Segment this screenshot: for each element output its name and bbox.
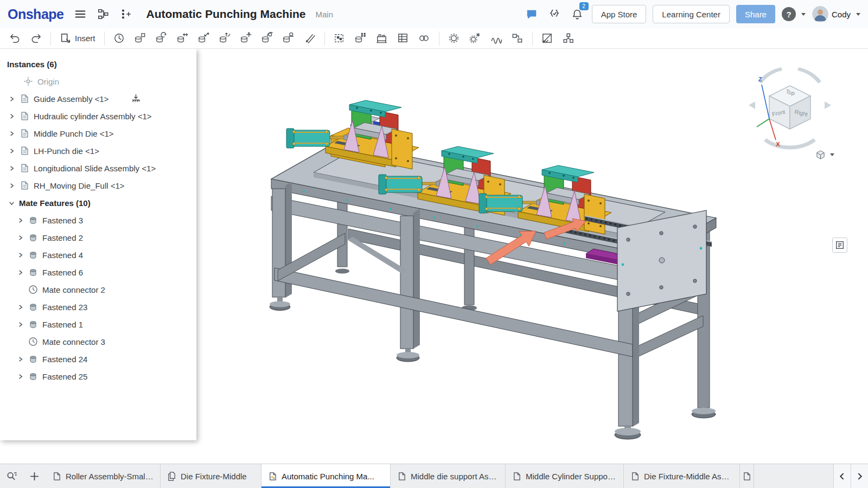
mate-row-mate-connector-2[interactable]: Mate connector 2 bbox=[0, 281, 196, 298]
help-menu[interactable]: ? bbox=[782, 7, 806, 21]
expand-chevron-icon[interactable] bbox=[16, 355, 24, 363]
tab-roller-assembly-small[interactable]: Roller Assembly-Small ... bbox=[46, 464, 161, 488]
tab-partial[interactable] bbox=[740, 464, 754, 488]
expand-chevron-icon[interactable] bbox=[16, 216, 24, 224]
mate-row-fastened-24[interactable]: Fastened 24 bbox=[0, 350, 196, 368]
gear-relation-button[interactable] bbox=[444, 30, 464, 47]
expand-chevron-icon[interactable] bbox=[8, 182, 15, 189]
tab-middle-cylinder-support[interactable]: Middle Cylinder Support ... bbox=[506, 464, 624, 488]
origin-row[interactable]: Origin bbox=[0, 73, 196, 90]
origin-icon bbox=[23, 76, 34, 87]
instance-row-longitudinal-slide[interactable]: Longitudional Slide Assembly <1> bbox=[0, 159, 196, 177]
mate-label: Mate connector 3 bbox=[42, 337, 105, 346]
leveling-foot[interactable] bbox=[335, 269, 349, 274]
user-menu[interactable]: Cody bbox=[812, 6, 860, 22]
revolute-mate-button[interactable] bbox=[151, 30, 172, 47]
tab-die-fixture-middle-assembly[interactable]: Die Fixture-Middle Asse... bbox=[624, 464, 740, 488]
undo-button[interactable] bbox=[4, 30, 25, 47]
slider-mate-button[interactable] bbox=[173, 30, 193, 47]
tangent-mate-button[interactable] bbox=[278, 30, 299, 47]
mate-row-fastened-23[interactable]: Fastened 23 bbox=[0, 298, 196, 316]
expand-chevron-icon[interactable] bbox=[16, 373, 24, 380]
instance-row-hydraulic-cylinder[interactable]: Hudraulic cylinder Assembly <1> bbox=[0, 107, 196, 125]
app-store-button[interactable]: App Store bbox=[592, 5, 647, 23]
expand-chevron-icon[interactable] bbox=[16, 251, 24, 259]
hamburger-menu-icon[interactable] bbox=[72, 6, 88, 22]
versions-icon[interactable] bbox=[546, 6, 563, 22]
scroll-tabs-left-button[interactable] bbox=[833, 464, 851, 488]
mate-row-fastened-6[interactable]: Fastened 6 bbox=[0, 264, 196, 281]
redo-button[interactable] bbox=[25, 30, 46, 47]
fastened-mate-icon bbox=[28, 371, 39, 382]
linear-pattern-button[interactable] bbox=[350, 30, 371, 47]
expand-chevron-icon[interactable] bbox=[8, 112, 15, 120]
search-tabs-button[interactable] bbox=[0, 464, 23, 488]
frame-leg-front-middle[interactable] bbox=[400, 216, 413, 349]
learning-center-button[interactable]: Learning Center bbox=[653, 5, 730, 23]
view-cube[interactable]: Top Front Right Z X bbox=[742, 59, 838, 154]
share-button[interactable]: Share bbox=[736, 5, 775, 23]
instance-row-rh-moving-die[interactable]: RH_Moving Die_Full <1> bbox=[0, 177, 196, 194]
scroll-tabs-right-button[interactable] bbox=[851, 464, 868, 488]
expand-chevron-icon[interactable] bbox=[16, 268, 24, 276]
help-icon[interactable]: ? bbox=[782, 7, 796, 21]
leveling-foot-top bbox=[397, 352, 419, 358]
expand-chevron-icon[interactable] bbox=[16, 234, 24, 241]
workspace-name[interactable]: Main bbox=[316, 10, 334, 19]
parallel-mate-button[interactable] bbox=[299, 30, 320, 47]
instance-row-lh-punch-die[interactable]: LH-Punch die <1> bbox=[0, 142, 196, 159]
group-button[interactable] bbox=[329, 30, 350, 47]
avatar[interactable] bbox=[812, 6, 828, 22]
part-studio-tab-icon bbox=[52, 472, 61, 481]
ball-mate-button[interactable] bbox=[257, 30, 278, 47]
expand-chevron-icon[interactable] bbox=[16, 303, 24, 311]
expand-chevron-icon[interactable] bbox=[8, 147, 15, 155]
instance-row-guide-assembly[interactable]: Guide Assembly <1> bbox=[0, 90, 196, 107]
planar-mate-button[interactable] bbox=[194, 30, 214, 47]
caret-down-icon bbox=[856, 13, 860, 16]
mate-row-fastened-1[interactable]: Fastened 1 bbox=[0, 316, 196, 333]
mate-row-mate-connector-3[interactable]: Mate connector 3 bbox=[0, 333, 196, 350]
mate-label: Fastened 23 bbox=[42, 303, 87, 312]
expand-chevron-icon[interactable] bbox=[8, 95, 15, 102]
linear-relation-button[interactable] bbox=[507, 30, 528, 47]
exploded-view-button[interactable] bbox=[558, 30, 579, 47]
y-axis-line bbox=[757, 119, 769, 127]
insert-button[interactable]: Insert bbox=[55, 30, 100, 47]
mate-connector-tool-button[interactable] bbox=[109, 30, 130, 47]
model-tree-flyout-button[interactable] bbox=[832, 237, 847, 253]
mate-features-header[interactable]: Mate Features (10) bbox=[0, 194, 196, 211]
tab-middle-die-support[interactable]: Middle die support Asse... bbox=[391, 464, 506, 488]
toolbar-separator bbox=[439, 31, 439, 46]
section-view-button[interactable] bbox=[537, 30, 558, 47]
bom-table-button[interactable] bbox=[393, 30, 413, 47]
collapse-chevron-icon[interactable] bbox=[8, 199, 15, 207]
toolbar-separator bbox=[324, 31, 325, 46]
expand-chevron-icon[interactable] bbox=[8, 130, 15, 137]
tab-automatic-punching-machine[interactable]: Automatic Punching Ma... bbox=[261, 464, 391, 488]
expand-chevron-icon[interactable] bbox=[16, 320, 24, 328]
feature-list-icon[interactable] bbox=[118, 6, 134, 22]
replicate-button[interactable] bbox=[372, 30, 392, 47]
instance-row-middle-punch-die[interactable]: Middle Punch Die <1> bbox=[0, 125, 196, 142]
pin-slot-mate-button[interactable] bbox=[236, 30, 257, 47]
mate-row-fastened-3[interactable]: Fastened 3 bbox=[0, 211, 196, 229]
notifications-bell-icon[interactable]: 2 bbox=[569, 6, 585, 22]
cylindrical-mate-button[interactable] bbox=[215, 30, 235, 47]
snap-mode-button[interactable] bbox=[414, 30, 435, 47]
onshape-logo[interactable]: Onshape bbox=[8, 7, 63, 22]
version-tree-icon[interactable] bbox=[95, 6, 111, 22]
mate-row-fastened-4[interactable]: Fastened 4 bbox=[0, 246, 196, 264]
add-tab-button[interactable] bbox=[23, 464, 46, 488]
expand-chevron-icon[interactable] bbox=[8, 164, 15, 172]
view-options-dropdown[interactable] bbox=[815, 150, 834, 160]
comments-icon[interactable] bbox=[524, 6, 540, 22]
screw-relation-button[interactable] bbox=[486, 30, 507, 47]
mate-row-fastened-2[interactable]: Fastened 2 bbox=[0, 229, 196, 246]
mate-row-fastened-25[interactable]: Fastened 25 bbox=[0, 368, 196, 385]
toolbar-separator bbox=[104, 31, 105, 46]
rack-and-pinion-button[interactable] bbox=[465, 30, 486, 47]
tab-die-fixture-middle[interactable]: Die Fixture-Middle bbox=[161, 464, 261, 488]
assembly-instance-icon bbox=[19, 111, 30, 121]
fastened-mate-button[interactable] bbox=[130, 30, 151, 47]
